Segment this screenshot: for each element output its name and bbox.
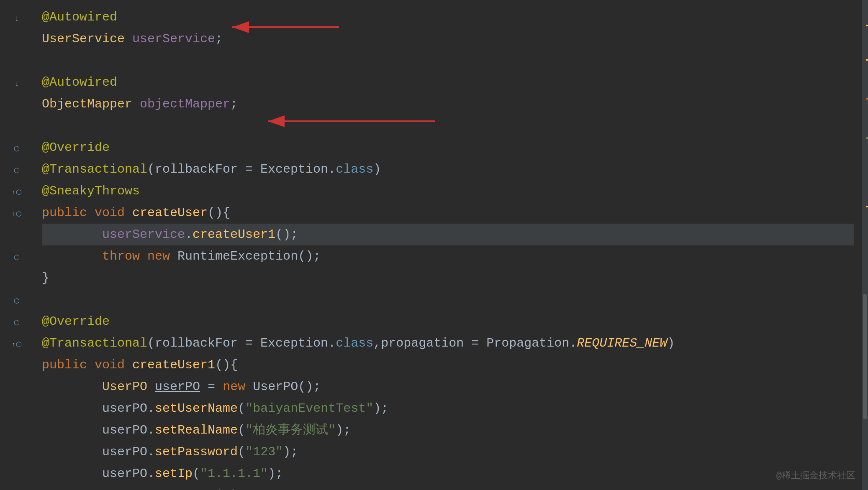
code-line-14: [42, 289, 854, 311]
gutter-icon-9: ⬡: [16, 188, 22, 197]
scrollbar-marker-5: [866, 206, 868, 207]
scrollbar[interactable]: [862, 0, 868, 490]
code-line-16: @Transactional (rollbackFor = Exception.…: [42, 332, 854, 354]
code-content: @Autowired UserService userService ; @Au…: [33, 0, 862, 490]
code-line-15: @Override: [42, 311, 854, 332]
gutter-icon-16: ⬡: [14, 319, 20, 327]
code-line-7: @Override: [42, 137, 854, 158]
gutter-icon-17: ⬡: [16, 340, 22, 349]
code-line-9: @SneakyThrows: [42, 180, 854, 202]
code-line-5: ObjectMapper objectMapper ;: [42, 93, 854, 115]
gutter: ↓ ↓ ⬡ ⬡ ↑ ⬡ ↑ ⬡ ⬡ ⬡ ⬡: [0, 0, 33, 490]
gutter-icon-15: ⬡: [14, 297, 20, 305]
code-line-8: @Transactional (rollbackFor = Exception.…: [42, 158, 854, 180]
code-line-22: userPO. setIp ( "1.1.1.1" );: [42, 463, 854, 485]
scrollbar-marker-3: [866, 98, 868, 100]
code-line-17: public void createUser1 (){: [42, 354, 854, 376]
code-line-13: }: [42, 267, 854, 289]
scrollbar-marker-1: [866, 25, 868, 26]
gutter-icon-4: ↓: [14, 79, 19, 89]
code-line-12: throw new RuntimeException();: [42, 245, 854, 267]
code-line-3: [42, 50, 854, 71]
code-line-4: @Autowired: [42, 71, 854, 93]
code-line-1: @Autowired: [42, 6, 854, 28]
code-line-20: userPO. setRealName ( "柏炎事务测试" );: [42, 419, 854, 441]
code-line-6: [42, 115, 854, 137]
watermark: @稀土掘金技术社区: [776, 469, 855, 482]
gutter-icon-9-debug: ↑: [12, 189, 15, 196]
scrollbar-marker-2: [866, 59, 868, 61]
code-line-21: userPO. setPassword ( "123" );: [42, 441, 854, 463]
code-line-19: userPO. setUserName ( "baiyanEventTest" …: [42, 398, 854, 419]
code-line-18: UserPO userPO = new UserPO();: [42, 376, 854, 398]
scrollbar-thumb[interactable]: [863, 294, 867, 419]
scrollbar-track[interactable]: [862, 0, 868, 490]
gutter-icon-17-debug: ↑: [12, 341, 15, 348]
code-editor: ↓ ↓ ⬡ ⬡ ↑ ⬡ ↑ ⬡ ⬡ ⬡ ⬡: [0, 0, 868, 490]
gutter-icon-8: ⬡: [14, 166, 20, 175]
gutter-icon-13: ⬡: [14, 253, 20, 262]
gutter-icon-7: ⬡: [14, 145, 20, 153]
scrollbar-marker-4: [866, 137, 868, 139]
code-line-11: userService . createUser1 ();: [42, 224, 854, 245]
gutter-icon-10-debug: ↑: [12, 211, 15, 217]
code-line-10: public void createUser (){: [42, 202, 854, 224]
code-line-2: UserService userService ;: [42, 28, 854, 50]
code-line-23: userPO. setState ( 1 );: [42, 485, 854, 490]
gutter-icon-1: ↓: [14, 14, 19, 23]
gutter-icon-10: ⬡: [16, 210, 22, 218]
